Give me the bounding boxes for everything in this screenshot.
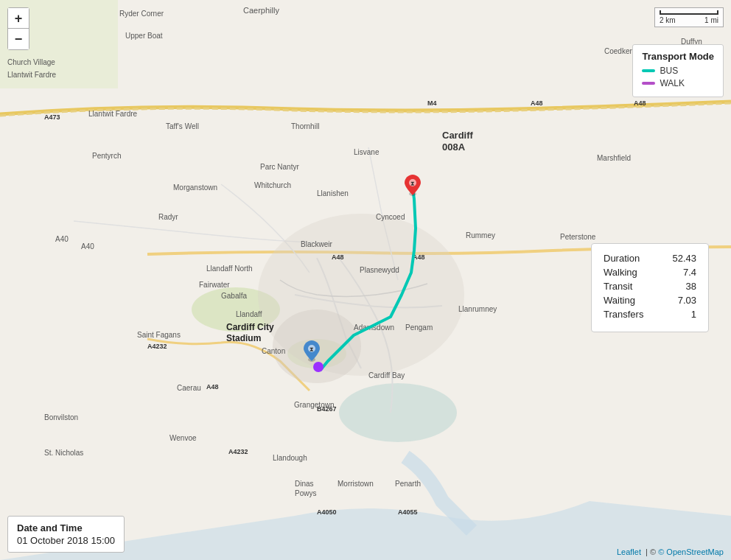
svg-text:Llanishen: Llanishen — [317, 189, 349, 197]
info-waiting: Waiting 7.03 — [604, 295, 696, 306]
datetime-value: 01 October 2018 15:00 — [17, 535, 115, 546]
svg-text:Morganstown: Morganstown — [173, 183, 217, 192]
svg-text:A473: A473 — [44, 113, 60, 121]
svg-text:008A: 008A — [442, 141, 466, 153]
svg-text:Rummey: Rummey — [466, 231, 495, 239]
zoom-in-button[interactable]: + — [8, 8, 29, 29]
transfers-value: 1 — [691, 309, 696, 320]
svg-text:Upper Boat: Upper Boat — [125, 32, 163, 40]
bus-label: BUS — [660, 66, 678, 76]
duration-label: Duration — [604, 253, 640, 264]
svg-text:Gabalfa: Gabalfa — [221, 292, 247, 300]
svg-text:Grangetown: Grangetown — [294, 401, 334, 409]
svg-text:Radyr: Radyr — [158, 213, 178, 221]
svg-text:Saint Fagans: Saint Fagans — [137, 331, 181, 339]
walk-label: WALK — [660, 78, 685, 88]
svg-text:Pentyrch: Pentyrch — [92, 152, 121, 160]
transport-legend: Transport Mode BUS WALK — [632, 44, 724, 97]
datetime-box[interactable]: Date and Time 01 October 2018 15:00 — [7, 516, 125, 553]
info-panel: Duration 52.43 Walking 7.4 Transit 38 Wa… — [591, 243, 709, 332]
svg-text:Llanrumney: Llanrumney — [458, 305, 497, 313]
waiting-value: 7.03 — [678, 295, 696, 306]
svg-text:Llantwit Fardre: Llantwit Fardre — [88, 110, 138, 118]
svg-text:Llandough: Llandough — [273, 454, 307, 462]
datetime-title: Date and Time — [17, 522, 115, 533]
svg-text:Caerau: Caerau — [177, 384, 201, 392]
svg-text:M4: M4 — [427, 99, 437, 107]
info-duration: Duration 52.43 — [604, 253, 696, 264]
svg-text:Stadium: Stadium — [226, 333, 261, 343]
svg-text:A48: A48 — [531, 99, 543, 107]
svg-text:Lisvane: Lisvane — [354, 148, 380, 156]
svg-text:A48: A48 — [634, 99, 646, 107]
scale-bar: 2 km 1 mi — [654, 7, 724, 27]
svg-text:Cardiff: Cardiff — [442, 130, 474, 141]
svg-text:Canton: Canton — [262, 347, 285, 355]
svg-text:Morristown: Morristown — [337, 480, 374, 488]
svg-text:Plasnewydd: Plasnewydd — [360, 266, 399, 274]
svg-point-4 — [339, 383, 457, 442]
transit-value: 38 — [686, 281, 696, 292]
svg-text:Llandaff: Llandaff — [236, 310, 262, 318]
legend-walk: WALK — [642, 78, 714, 88]
svg-text:Llantwit Fardre: Llantwit Fardre — [7, 71, 57, 79]
map-container: A473 M4 A48 A48 A48 A48 A4232 A48 A4232 … — [0, 0, 731, 560]
map-attribution: Leaflet | © © OpenStreetMap — [617, 547, 724, 556]
svg-text:Thornhill: Thornhill — [291, 122, 319, 130]
svg-text:St. Nicholas: St. Nicholas — [44, 449, 83, 457]
svg-point-6 — [273, 309, 361, 383]
svg-text:Dinas: Dinas — [295, 480, 314, 488]
svg-text:Caerphilly: Caerphilly — [243, 6, 279, 15]
svg-text:Ryder Corner: Ryder Corner — [119, 10, 164, 18]
svg-text:Powys: Powys — [295, 489, 316, 497]
scale-mi: 1 mi — [704, 16, 718, 24]
svg-text:Llandaff North: Llandaff North — [206, 265, 253, 273]
svg-text:Pengam: Pengam — [405, 323, 433, 332]
walking-label: Walking — [604, 267, 637, 278]
zoom-out-button[interactable]: − — [8, 29, 29, 49]
svg-text:Bonvilston: Bonvilston — [44, 413, 78, 421]
svg-text:A40: A40 — [81, 242, 94, 251]
svg-text:Fairwater: Fairwater — [199, 281, 230, 289]
info-walking: Walking 7.4 — [604, 267, 696, 278]
svg-text:A4055: A4055 — [398, 508, 418, 516]
transfers-label: Transfers — [604, 309, 643, 320]
bus-color-swatch — [642, 69, 655, 72]
svg-text:Cardiff City: Cardiff City — [226, 322, 274, 332]
info-transit: Transit 38 — [604, 281, 696, 292]
svg-text:Parc Nantyr: Parc Nantyr — [260, 163, 299, 171]
duration-value: 52.43 — [672, 253, 696, 264]
info-transfers: Transfers 1 — [604, 309, 696, 320]
svg-text:Adamsdown: Adamsdown — [354, 323, 394, 332]
svg-text:Whitchurch: Whitchurch — [254, 181, 291, 189]
svg-text:A48: A48 — [332, 253, 344, 261]
svg-text:A48: A48 — [206, 383, 219, 391]
svg-text:Cyncoed: Cyncoed — [376, 213, 405, 221]
svg-text:A4232: A4232 — [147, 343, 167, 350]
transit-label: Transit — [604, 281, 632, 292]
svg-text:A4050: A4050 — [317, 508, 337, 516]
svg-text:Cardiff Bay: Cardiff Bay — [368, 371, 405, 379]
walk-color-swatch — [642, 82, 655, 85]
legend-title: Transport Mode — [642, 51, 714, 62]
svg-text:Penarth: Penarth — [395, 480, 421, 488]
leaflet-link[interactable]: Leaflet — [617, 547, 641, 556]
svg-text:Blackweir: Blackweir — [301, 240, 332, 248]
walking-value: 7.4 — [683, 267, 696, 278]
svg-text:Taff's Well: Taff's Well — [166, 122, 199, 130]
waiting-label: Waiting — [604, 295, 635, 306]
legend-bus: BUS — [642, 66, 714, 76]
svg-text:A40: A40 — [55, 235, 69, 243]
osm-link[interactable]: © OpenStreetMap — [658, 547, 724, 556]
svg-text:Peterstone: Peterstone — [560, 233, 596, 241]
svg-text:A48: A48 — [413, 253, 425, 261]
svg-text:Wenvoe: Wenvoe — [169, 434, 197, 442]
svg-text:Church Village: Church Village — [7, 58, 55, 66]
scale-km: 2 km — [660, 16, 676, 24]
svg-text:A4232: A4232 — [228, 448, 248, 455]
zoom-controls: + − — [7, 7, 29, 50]
svg-text:Marshfield: Marshfield — [597, 154, 631, 162]
